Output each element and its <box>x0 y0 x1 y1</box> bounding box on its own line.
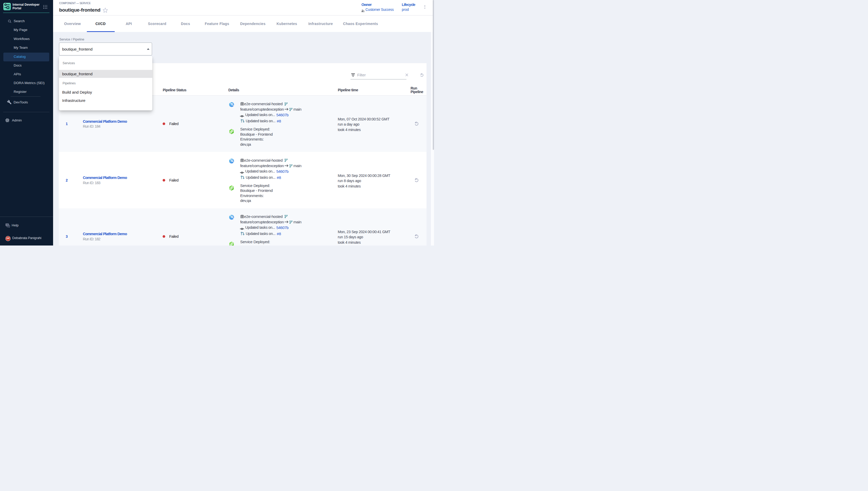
svg-text:?: ? <box>6 224 8 226</box>
